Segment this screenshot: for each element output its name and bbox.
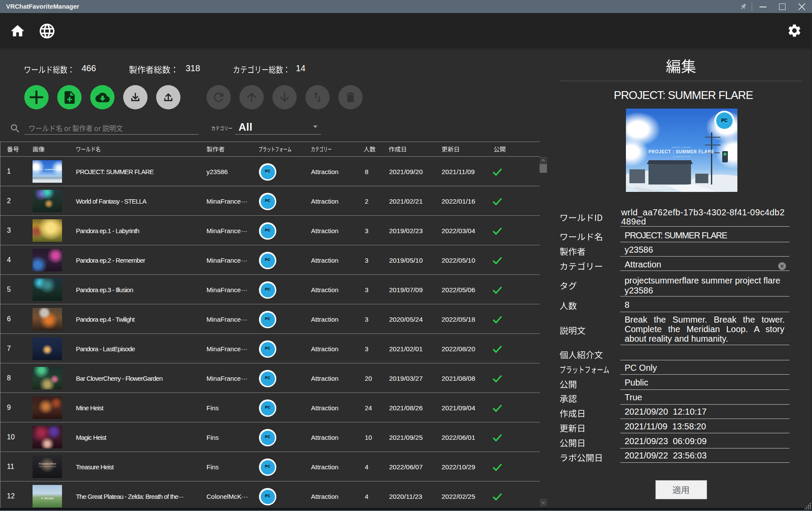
svg-text:PROJECT : SUMMER FLARE: PROJECT : SUMMER FLARE xyxy=(648,149,714,154)
svg-text:xxxxxx xxxxxxx: xxxxxx xxxxxxx xyxy=(672,146,691,148)
svg-text:x xx xxxxxxxxxx xxxxxx: x xx xxxxxxxxxx xxxxxx xyxy=(672,155,690,158)
